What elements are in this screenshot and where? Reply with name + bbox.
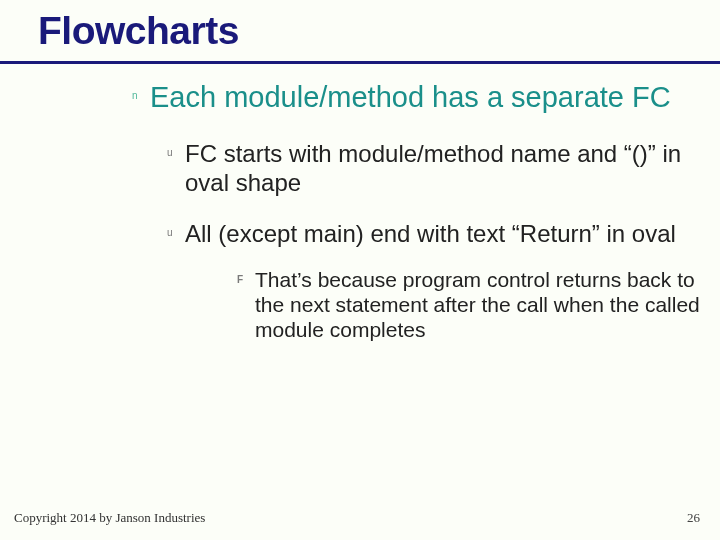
bullet-u-icon: u [167,147,173,158]
bullet-level-1: n Each module/method has a separate FC [150,80,700,114]
bullet-level-3-text: That’s because program control returns b… [255,267,700,343]
bullet-level-3: F That’s because program control returns… [255,267,700,343]
bullet-f-icon: F [237,274,243,285]
bullet-n-icon: n [132,90,138,101]
bullet-level-2: u All (except main) end with text “Retur… [185,220,700,342]
footer-copyright: Copyright 2014 by Janson Industries [14,510,205,526]
slide-title: Flowcharts [38,9,239,53]
bullet-level-1-text: Each module/method has a separate FC [150,80,700,114]
bullet-level-2-text: FC starts with module/method name and “(… [185,140,700,198]
slide-content: n Each module/method has a separate FC u… [0,80,720,364]
bullet-u-icon: u [167,227,173,238]
bullet-level-2-text: All (except main) end with text “Return”… [185,220,700,249]
title-bar: Flowcharts [0,0,720,64]
bullet-level-2: u FC starts with module/method name and … [185,140,700,198]
footer-page-number: 26 [687,510,700,526]
